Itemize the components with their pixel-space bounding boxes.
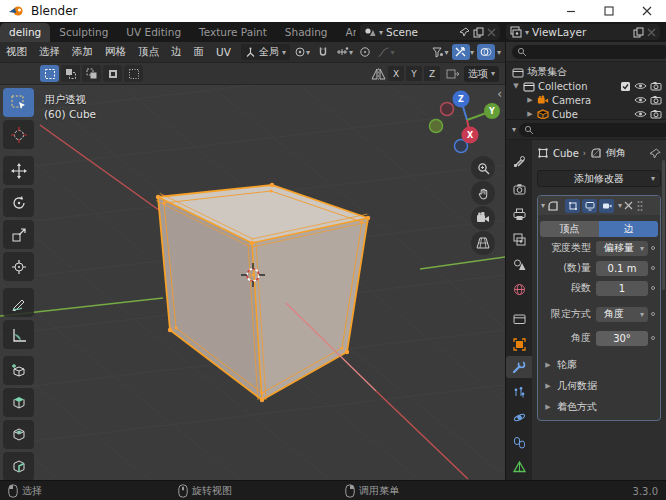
tool-tweak-select[interactable] (3, 88, 34, 117)
properties-search[interactable] (519, 123, 666, 137)
tab-tool[interactable] (506, 150, 532, 172)
tool-add-cube[interactable] (3, 356, 34, 385)
options-dropdown[interactable]: 选项 ▾ (464, 66, 499, 82)
tab-collection[interactable] (506, 308, 532, 330)
menu-add[interactable]: 添加 (66, 45, 99, 59)
tool-move[interactable] (3, 156, 34, 185)
select-mode-new[interactable] (40, 65, 59, 82)
show-gizmo-dropdown[interactable]: ▾ (431, 44, 449, 60)
pin-icon[interactable] (650, 148, 661, 159)
axis-neg-y-ball[interactable] (430, 120, 443, 133)
affect-edges-button[interactable]: 边 (599, 221, 658, 237)
tab-modeling[interactable]: deling (0, 23, 50, 42)
select-mode-intersect[interactable] (124, 65, 143, 82)
menu-mesh[interactable]: 网格 (99, 45, 132, 59)
select-mode-subtract[interactable] (82, 65, 101, 82)
tab-scene[interactable] (506, 253, 532, 275)
modifier-panel-header[interactable]: ▾ ▾ (538, 196, 660, 215)
outliner-row-cube[interactable]: ▶ Cube (506, 107, 666, 119)
expand-triangle-icon[interactable]: ▼ (512, 82, 520, 90)
tab-output[interactable] (506, 203, 532, 225)
pin-icon[interactable] (460, 27, 470, 37)
outliner-search[interactable] (512, 45, 666, 59)
menu-face[interactable]: 面 (188, 45, 211, 59)
affect-vertices-button[interactable]: 顶点 (540, 221, 599, 237)
animate-dot[interactable] (648, 266, 658, 270)
scene-selector[interactable]: ▾ Scene (360, 24, 500, 40)
modifier-extras-dropdown[interactable]: ▾ (618, 201, 622, 210)
tab-uv-editing[interactable]: UV Editing (117, 23, 190, 42)
proportional-editing-toggle[interactable] (356, 44, 374, 60)
tab-view-layer[interactable] (506, 228, 532, 250)
cube-mesh[interactable] (156, 183, 370, 402)
axis-neg-x-ball[interactable] (441, 103, 454, 116)
select-mode-extend[interactable] (61, 65, 80, 82)
tab-sculpting[interactable]: Sculpting (50, 23, 117, 42)
close-modifier-icon[interactable] (624, 201, 633, 210)
tab-particles[interactable] (506, 381, 532, 403)
chevron-down-icon[interactable]: ▾ (470, 48, 474, 57)
toggle-perspective-button[interactable] (471, 231, 495, 255)
new-scene-icon[interactable] (473, 27, 484, 38)
viewport-3d[interactable]: Z Y X 用户透视 (60) Cube (0, 85, 505, 480)
outliner-row-scene-collection[interactable]: 场景集合 (506, 65, 666, 79)
view-layer-selector[interactable]: ▾ ViewLayer (506, 24, 660, 40)
menu-uv[interactable]: UV (210, 46, 237, 58)
tab-render[interactable] (506, 178, 532, 200)
tool-annotate[interactable] (3, 288, 34, 317)
outliner-row-collection[interactable]: ▼ Collection (506, 79, 666, 93)
animate-dot[interactable] (648, 336, 658, 340)
tool-3d-cursor[interactable] (3, 120, 34, 149)
properties-search-input[interactable] (519, 123, 666, 137)
width-type-dropdown[interactable]: 偏移量 ▾ (596, 241, 648, 256)
collapsed-triangle-icon[interactable]: ▶ (526, 96, 534, 104)
pan-button[interactable] (471, 181, 495, 205)
sidebar-collapse-arrow[interactable]: ‹ (497, 87, 502, 101)
tool-extrude-region[interactable] (3, 388, 34, 417)
tab-modifiers[interactable] (506, 356, 532, 378)
amount-field[interactable]: 0.1 m (596, 261, 648, 276)
checkbox-icon[interactable] (620, 81, 631, 92)
tab-constraints[interactable] (506, 431, 532, 453)
maximize-button[interactable] (590, 0, 628, 22)
minimize-button[interactable] (552, 0, 590, 22)
menu-select[interactable]: 选择 (33, 45, 66, 59)
animate-dot[interactable] (648, 246, 658, 250)
menu-view[interactable]: 视图 (0, 45, 33, 59)
snap-toggle[interactable] (314, 44, 332, 60)
pivot-point-dropdown[interactable]: ▾ (293, 44, 311, 60)
edit-mode-display-toggle[interactable] (565, 199, 580, 213)
outliner-row-camera[interactable]: ▶ Camera (506, 93, 666, 107)
proportional-falloff-dropdown[interactable]: ▾ (377, 44, 395, 60)
collapsed-triangle-icon[interactable]: ▶ (526, 110, 534, 118)
properties-scrollbar[interactable] (662, 160, 665, 290)
zoom-button[interactable] (471, 156, 495, 180)
tool-inset-faces[interactable] (3, 420, 34, 449)
new-view-layer-icon[interactable] (633, 27, 644, 38)
tab-texture-paint[interactable]: Texture Paint (190, 23, 276, 42)
limit-method-dropdown[interactable]: 角度 ▾ (596, 307, 648, 322)
render-visibility-icon[interactable] (650, 95, 662, 105)
eye-icon[interactable] (634, 109, 647, 119)
section-shading[interactable]: ▶ 着色方式 (538, 397, 660, 416)
chevron-down-icon[interactable]: ▾ (497, 48, 501, 57)
snap-target-dropdown[interactable]: ▾ (335, 44, 353, 60)
breadcrumb-object[interactable]: Cube (553, 148, 579, 159)
panel-expand-icon[interactable]: ▾ (541, 201, 545, 210)
drag-handle-icon[interactable] (636, 200, 644, 212)
close-button[interactable] (628, 0, 666, 22)
realtime-display-toggle[interactable] (582, 199, 597, 213)
menu-edge[interactable]: 边 (165, 45, 188, 59)
tab-animation[interactable]: Animation (337, 23, 356, 42)
mirror-y-button[interactable]: Y (406, 66, 422, 81)
render-visibility-icon[interactable] (650, 109, 662, 119)
section-geometry[interactable]: ▶ 几何数据 (538, 376, 660, 395)
navigation-gizmo[interactable]: Z Y X (430, 91, 501, 153)
tab-world[interactable] (506, 278, 532, 300)
animate-dot[interactable] (648, 286, 658, 290)
tab-object-data[interactable] (506, 456, 532, 478)
xray-toggle[interactable] (452, 44, 470, 60)
angle-field[interactable]: 30° (596, 331, 648, 346)
eye-icon[interactable] (634, 81, 647, 91)
segments-field[interactable]: 1 (596, 281, 648, 296)
